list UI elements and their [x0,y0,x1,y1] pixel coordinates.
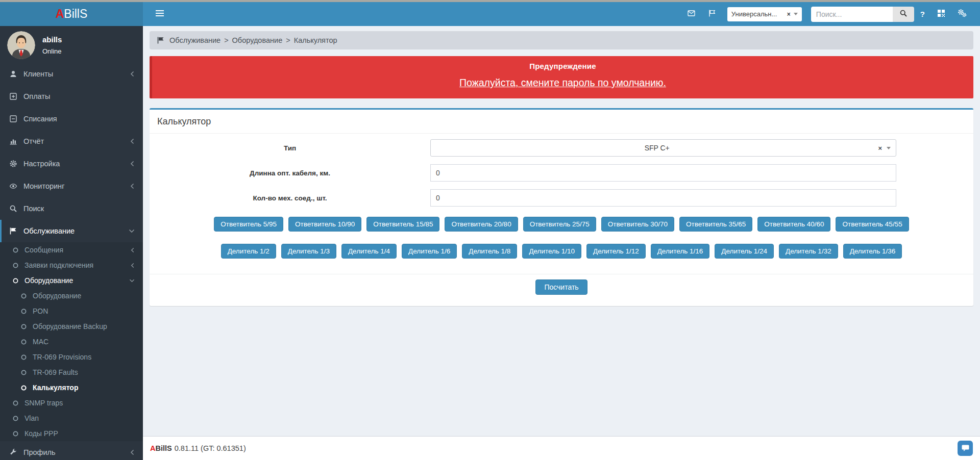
wrench-icon [8,448,18,456]
user-icon [8,70,18,78]
sidebar-item-label: Сообщения [24,246,130,254]
breadcrumb-item-current: Калькулятор [294,36,337,44]
sidebar-item-settings[interactable]: Настройка [0,152,143,175]
tap-button[interactable]: Ответвитель 5/95 [214,217,283,232]
caret-down-icon [887,147,891,149]
chevron-left-icon [130,138,135,144]
sidebar-item-reports[interactable]: Отчёт [0,130,143,152]
chevron-down-icon [129,228,135,234]
qr-code-button[interactable] [931,6,951,22]
panel-title: Калькулятор [150,110,973,134]
divider-button[interactable]: Делитель 1/32 [779,244,838,259]
sidebar-item-connection-requests[interactable]: Заявки подключения [0,258,143,273]
app-logo[interactable]: ABillS [0,2,143,26]
circle-icon [20,339,28,345]
divider-button[interactable]: Делитель 1/4 [341,244,397,259]
divider-button[interactable]: Делитель 1/3 [281,244,336,259]
calculator-form: Тип SFP C+ × Длинна опт. кабеля, км. Кол… [150,134,973,306]
help-button[interactable]: ? [914,7,931,21]
form-row-connectors: Кол-во мех. соед., шт. [150,189,973,207]
service-submenu: Сообщения Заявки подключения Оборудовани… [0,242,143,441]
chat-button[interactable] [958,441,973,456]
flag-icon [157,36,165,44]
sidebar-item-profile[interactable]: Профиль [0,441,143,460]
tap-buttons-row: Ответвитель 5/95 Ответвитель 10/90 Ответ… [150,217,973,232]
tap-button[interactable]: Ответвитель 20/80 [445,217,518,232]
divider-button[interactable]: Делитель 1/16 [651,244,710,259]
tap-button[interactable]: Ответвитель 25/75 [523,217,596,232]
change-password-link[interactable]: Пожалуйста, смените пароль по умолчанию. [459,77,666,89]
divider-button[interactable]: Делитель 1/8 [462,244,517,259]
sidebar-item-equipment-list[interactable]: Оборудование [0,288,143,303]
sidebar-item-monitoring[interactable]: Мониторинг [0,175,143,197]
qr-code-icon [937,9,945,19]
sidebar-item-label: Оборудование Backup [33,322,135,330]
connectors-input[interactable] [430,189,896,207]
sidebar-item-payments[interactable]: Оплаты [0,85,143,108]
sidebar-item-tr069-faults[interactable]: TR-069 Faults [0,365,143,380]
reports-flag-button[interactable] [702,6,722,22]
divider-button[interactable]: Делитель 1/36 [843,244,902,259]
sidebar-item-clients[interactable]: Клиенты [0,63,143,85]
calculate-button[interactable]: Посчитать [535,279,587,295]
sidebar-item-label: TR-069 Provisions [33,353,135,361]
admin-settings-button[interactable] [951,6,973,22]
sidebar-item-charges[interactable]: Списания [0,108,143,130]
search-input[interactable] [811,7,893,22]
breadcrumb: Обслуживание > Оборудование > Калькулято… [150,31,973,49]
sidebar-item-equipment-backup[interactable]: Оборудование Backup [0,319,143,334]
tap-button[interactable]: Ответвитель 35/65 [679,217,752,232]
cable-length-input[interactable] [430,164,896,182]
sidebar-item-label: Мониторинг [23,182,130,190]
global-search [811,7,914,22]
divider-button[interactable]: Делитель 1/2 [221,244,276,259]
sidebar-item-messages[interactable]: Сообщения [0,242,143,258]
chevron-left-icon [130,161,135,167]
sidebar-item-mac[interactable]: MAC [0,334,143,349]
search-button[interactable] [893,7,914,22]
tap-button[interactable]: Ответвитель 45/55 [836,217,909,232]
divider-button[interactable]: Делитель 1/24 [715,244,774,259]
sidebar-item-label: SNMP traps [24,399,135,407]
app-logo-accent: A [56,7,64,21]
clear-selection-icon[interactable]: × [878,144,882,152]
clear-selection-icon[interactable]: × [787,11,791,18]
sidebar-item-label: Отчёт [23,137,130,145]
sidebar-item-service[interactable]: Обслуживание [0,220,143,242]
sidebar-menu: Клиенты Оплаты Списания Отчёт Настройка … [0,63,143,460]
sidebar-item-pon[interactable]: PON [0,303,143,319]
sidebar-item-calculator[interactable]: Калькулятор [0,380,143,395]
breadcrumb-item-equipment[interactable]: Оборудование [232,36,283,44]
type-select[interactable]: SFP C+ × [430,139,896,157]
divider-button[interactable]: Делитель 1/10 [522,244,581,259]
circle-icon [12,262,19,269]
chevron-left-icon [130,71,135,77]
divider-button[interactable]: Делитель 1/6 [402,244,457,259]
sidebar-item-ppp-codes[interactable]: Коды PPP [0,426,143,441]
sidebar-item-equipment[interactable]: Оборудование [0,273,143,288]
sidebar-item-tr069-provisions[interactable]: TR-069 Provisions [0,349,143,365]
flag-icon [708,9,716,19]
profile-template-select[interactable]: Универсальн... × [727,7,802,21]
messages-button[interactable] [681,6,702,22]
warning-title: Предупреждение [152,62,973,70]
sidebar-item-search[interactable]: Поиск [0,197,143,220]
tap-button[interactable]: Ответвитель 10/90 [288,217,361,232]
chevron-left-icon [130,183,135,189]
divider-button[interactable]: Делитель 1/12 [586,244,646,259]
sidebar-item-snmp-traps[interactable]: SNMP traps [0,395,143,411]
type-label: Тип [150,144,430,152]
sidebar-toggle-button[interactable] [150,6,169,23]
panel-footer: Посчитать [150,274,973,306]
sidebar-item-label: Коды PPP [24,429,135,438]
profile-template-value: Универсальн... [731,10,785,18]
tap-button[interactable]: Ответвитель 30/70 [601,217,674,232]
tap-button[interactable]: Ответвитель 40/60 [757,217,830,232]
tap-button[interactable]: Ответвитель 15/85 [366,217,439,232]
sidebar-item-vlan[interactable]: Vlan [0,411,143,426]
circle-icon [12,277,19,284]
type-select-value: SFP C+ [436,144,878,152]
circle-icon [12,247,19,253]
search-icon [8,205,18,213]
breadcrumb-item-service[interactable]: Обслуживание [169,36,220,44]
